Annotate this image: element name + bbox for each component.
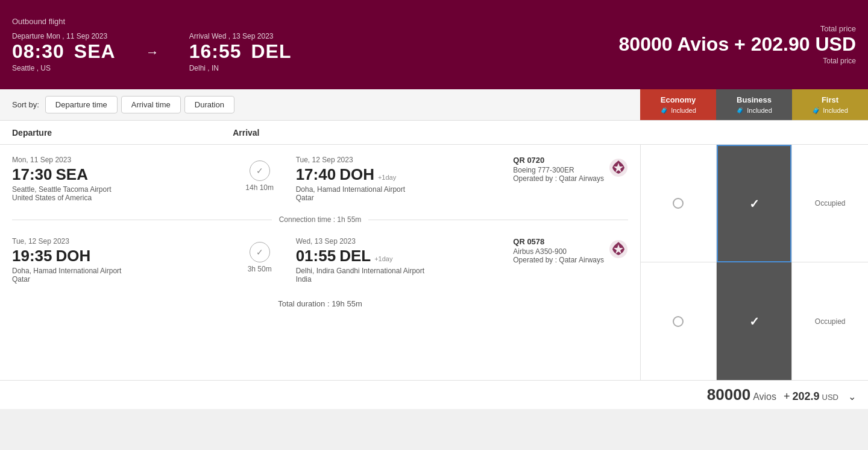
seg2-arr-code: DEL [339, 247, 371, 265]
connection-line-left [12, 220, 272, 220]
seg1-dep-time: 17:30 [12, 165, 52, 184]
business-sub: 🧳 Included [736, 107, 772, 115]
seg2-dep-airport: Doha, Hamad International Airport [12, 267, 224, 275]
bottom-plus: + [784, 390, 790, 403]
first-header: First 🧳 Included [792, 89, 868, 120]
seg2-departure: Tue, 12 Sep 2023 19:35 DOH Doha, Hamad I… [12, 237, 224, 284]
seg1-arr-country: Qatar [296, 194, 508, 202]
column-labels-row: Departure Arrival [0, 121, 868, 145]
economy-header: Economy 🧳 Included [640, 89, 716, 120]
sort-arrival-btn[interactable]: Arrival time [121, 96, 181, 113]
seg2-meta: QR 0578 Airbus A350-900 Operated by : Qa… [513, 237, 628, 264]
first-seg2-occupied: Occupied [815, 317, 846, 326]
seg1-dep-code: SEA [56, 165, 88, 184]
seg1-dep-date: Mon, 11 Sep 2023 [12, 156, 224, 164]
seg2-duration-col: ✓ 3h 50m [230, 237, 290, 273]
arrival-endpoint: Arrival Wed , 13 Sep 2023 16:55 DEL Delh… [189, 32, 292, 72]
seg1-airline-logo [609, 158, 628, 180]
seg1-day-offset: +1day [378, 174, 396, 181]
sort-and-class-bar: Sort by: Departure time Arrival time Dur… [0, 89, 868, 121]
class-header-row: Economy 🧳 Included Business 🧳 Included F… [640, 89, 868, 120]
seg1-departure: Mon, 11 Sep 2023 17:30 SEA Seattle, Seat… [12, 156, 224, 202]
business-seg2-cell[interactable]: ✓ [717, 262, 792, 380]
seg2-dep-time: 19:35 [12, 247, 52, 265]
total-duration-text: Total duration : 19h 55m [278, 299, 362, 308]
segment-2-row: Tue, 12 Sep 2023 19:35 DOH Doha, Hamad I… [12, 237, 628, 284]
seg1-dep-time-code: 17:30 SEA [12, 165, 224, 184]
connection-bar: Connection time : 1h 55m [0, 209, 640, 230]
business-included: Included [747, 107, 772, 114]
segment-1-row: Mon, 11 Sep 2023 17:30 SEA Seattle, Seat… [12, 156, 628, 202]
sort-departure-btn[interactable]: Departure time [45, 96, 118, 113]
seg1-meta: QR 0720 Boeing 777-300ER Operated by : Q… [513, 156, 628, 183]
chevron-down-icon[interactable]: ⌄ [848, 391, 856, 402]
segment-1-block: Mon, 11 Sep 2023 17:30 SEA Seattle, Seat… [0, 145, 640, 209]
first-seg1-cell: Occupied [792, 145, 868, 262]
sort-label: Sort by: [12, 100, 39, 109]
seg1-duration-col: ✓ 14h 10m [230, 156, 290, 192]
header-right: Total price 80000 Avios + 202.90 USD Tot… [619, 24, 856, 65]
check-icon-2: ✓ [256, 247, 263, 257]
qatar-logo-1 [609, 158, 628, 177]
luggage-icon-business: 🧳 [736, 107, 744, 115]
seg2-dep-date: Tue, 12 Sep 2023 [12, 237, 224, 246]
economy-seg2-cell[interactable] [641, 262, 716, 380]
business-col: ✓ ✓ [717, 145, 793, 380]
bottom-price-bar: 80000 Avios + 202.9 USD ⌄ [0, 380, 868, 409]
bottom-usd-num: 202.9 [793, 390, 820, 403]
departure-location: Seattle , US [12, 64, 116, 72]
seg2-arr-time-code: 01:55 DEL +1day [296, 247, 508, 265]
bottom-avios-label: Avios [753, 391, 776, 402]
first-included: Included [823, 107, 848, 114]
seg1-arr-date: Tue, 12 Sep 2023 [296, 156, 508, 164]
luggage-icon-economy: 🧳 [660, 107, 668, 115]
seg1-aircraft: Boeing 777-300ER [513, 166, 604, 174]
seg2-arr-airport: Delhi, Indira Gandhi International Airpo… [296, 267, 508, 275]
col-labels-main: Departure Arrival [0, 121, 640, 144]
seg1-flight-num: QR 0720 [513, 156, 604, 165]
seg2-arr-date: Wed, 13 Sep 2023 [296, 237, 508, 246]
seg1-arr-airport: Doha, Hamad International Airport [296, 185, 508, 194]
seg2-flight-num: QR 0578 [513, 237, 604, 246]
economy-seg1-radio[interactable] [673, 198, 684, 209]
business-seg1-check: ✓ [749, 197, 760, 211]
seg1-duration-icon: ✓ [250, 160, 270, 181]
first-seg1-occupied: Occupied [815, 199, 846, 208]
connection-time-text: Connection time : 1h 55m [272, 215, 369, 224]
total-price-value: 80000 Avios + 202.90 USD [619, 33, 856, 55]
seg2-arrival: Wed, 13 Sep 2023 01:55 DEL +1day Delhi, … [296, 237, 508, 284]
departure-col-label: Departure [12, 128, 52, 138]
sort-duration-btn[interactable]: Duration [184, 96, 234, 113]
economy-included: Included [671, 107, 696, 114]
arrival-location: Delhi , IN [189, 64, 292, 72]
first-label: First [822, 95, 838, 104]
arrival-code: DEL [251, 40, 291, 63]
arrival-time: 16:55 [189, 40, 242, 63]
economy-col [641, 145, 717, 380]
seg1-arr-code: DOH [339, 165, 374, 184]
economy-seg1-cell[interactable] [641, 145, 716, 262]
bottom-usd-label: USD [822, 393, 838, 402]
luggage-icon-first: 🧳 [812, 107, 820, 115]
flight-info: Departure Mon , 11 Sep 2023 08:30 SEA Se… [12, 32, 291, 72]
seg2-day-offset: +1day [374, 255, 392, 262]
outbound-label: Outbound flight [12, 17, 291, 26]
class-selection-panel: ✓ ✓ Occupied Occupied [640, 145, 868, 380]
seg2-dep-time-code: 19:35 DOH [12, 247, 224, 265]
seg2-duration: 3h 50m [248, 265, 272, 273]
departure-time: 08:30 [12, 40, 64, 63]
first-col: Occupied Occupied [792, 145, 868, 380]
seg2-dep-code: DOH [56, 247, 91, 265]
seg2-operated: Operated by : Qatar Airways [513, 256, 604, 264]
seg2-meta-info: QR 0578 Airbus A350-900 Operated by : Qa… [513, 237, 604, 264]
economy-label: Economy [661, 95, 696, 104]
header: Outbound flight Departure Mon , 11 Sep 2… [0, 0, 868, 89]
economy-sub: 🧳 Included [660, 107, 696, 115]
seg2-duration-icon: ✓ [250, 242, 270, 262]
main-content: Mon, 11 Sep 2023 17:30 SEA Seattle, Seat… [0, 145, 868, 380]
seg1-duration: 14h 10m [245, 183, 274, 192]
economy-seg2-radio[interactable] [673, 316, 684, 327]
seg1-arrival: Tue, 12 Sep 2023 17:40 DOH +1day Doha, H… [296, 156, 508, 202]
business-seg1-cell[interactable]: ✓ [717, 145, 792, 262]
total-price-top-label: Total price [619, 24, 856, 33]
